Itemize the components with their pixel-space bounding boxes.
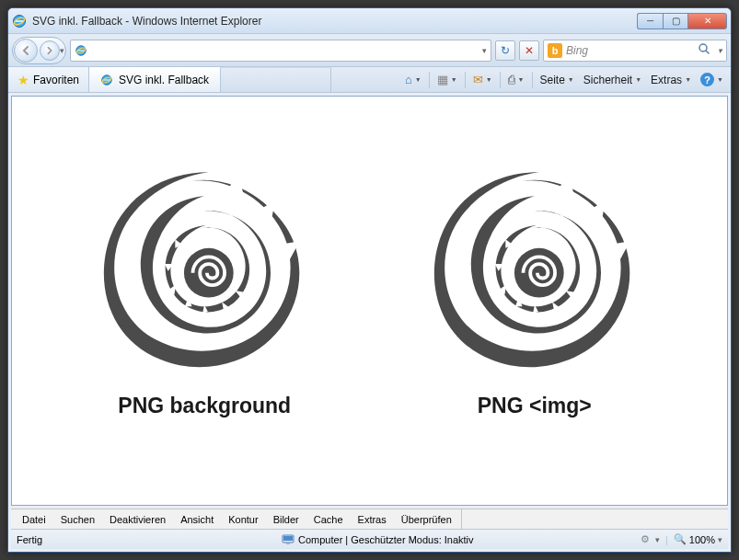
chevron-down-icon: ▼: [518, 76, 525, 83]
command-bar: ⌂▼ ▦▼ ✉▼ ⎙▼ Seite▼ Sicherheit▼ Extras▼ ?…: [398, 67, 731, 92]
page-icon: [75, 44, 87, 57]
mail-button[interactable]: ✉▼: [469, 71, 496, 88]
devmenu-bilder[interactable]: Bilder: [268, 512, 305, 527]
window-controls: ─ ▢ ✕: [637, 13, 727, 29]
page-menu[interactable]: Seite▼: [537, 72, 578, 88]
chevron-down-icon: ▼: [415, 76, 421, 83]
search-button[interactable]: [694, 42, 714, 58]
titlebar: SVG inkl. Fallback - Windows Internet Ex…: [8, 8, 731, 34]
back-forward-group: ▾: [12, 37, 66, 64]
status-separator: |: [665, 534, 668, 545]
devmenu-datei[interactable]: Datei: [17, 512, 52, 527]
close-button[interactable]: ✕: [688, 13, 727, 29]
tab-page-icon: [100, 74, 113, 86]
chevron-down-icon[interactable]: ▾: [655, 535, 660, 544]
arrow-left-icon: [20, 45, 31, 56]
nautilus-shell-icon: [420, 156, 650, 377]
status-zone: Computer | Geschützter Modus: Inaktiv: [282, 534, 633, 545]
zone-text: Computer | Geschützter Modus: Inaktiv: [298, 534, 474, 545]
tab-title: SVG inkl. Fallback: [119, 74, 209, 86]
chevron-down-icon: ▾: [718, 535, 722, 544]
left-caption: PNG background: [118, 394, 291, 418]
refresh-icon: ↻: [501, 44, 510, 57]
ie-logo-icon: [12, 14, 27, 29]
forward-button[interactable]: [40, 40, 60, 61]
page-content: PNG background PNG <img>: [11, 96, 728, 506]
home-button[interactable]: ⌂▼: [401, 71, 425, 88]
search-placeholder: Bing: [566, 44, 588, 57]
chevron-down-icon: ▼: [685, 76, 691, 83]
stop-button[interactable]: ✕: [519, 40, 539, 61]
protected-mode-icon: ⚙: [641, 533, 650, 545]
chevron-down-icon: ▼: [451, 76, 457, 83]
nautilus-shell-icon: [89, 156, 319, 377]
chevron-down-icon: ▼: [568, 76, 574, 83]
bing-icon: b: [548, 43, 562, 58]
devmenu-deaktivieren[interactable]: Deaktivieren: [104, 512, 171, 527]
browser-window: SVG inkl. Fallback - Windows Internet Ex…: [7, 7, 732, 553]
print-icon: ⎙: [508, 73, 515, 86]
demo-right: PNG <img>: [420, 156, 650, 418]
address-bar[interactable]: ▾: [70, 40, 491, 62]
window-title: SVG inkl. Fallback - Windows Internet Ex…: [32, 15, 637, 28]
zoom-control[interactable]: 🔍 100% ▾: [674, 533, 722, 545]
feeds-button[interactable]: ▦▼: [433, 71, 461, 88]
tab-row: ★ Favoriten SVG inkl. Fallback ⌂▼ ▦▼ ✉▼ …: [8, 67, 731, 93]
help-icon: ?: [700, 73, 714, 86]
print-button[interactable]: ⎙▼: [504, 71, 528, 88]
zoom-value: 100%: [689, 534, 715, 545]
favorites-button[interactable]: ★ Favoriten: [8, 67, 89, 92]
magnifier-icon: 🔍: [674, 533, 687, 545]
home-icon: ⌂: [405, 73, 412, 86]
feeds-icon: ▦: [437, 73, 448, 86]
devmenu-ansicht[interactable]: Ansicht: [175, 512, 219, 527]
safety-menu[interactable]: Sicherheit▼: [580, 72, 645, 88]
devmenu-suchen[interactable]: Suchen: [55, 512, 100, 527]
search-bar[interactable]: b Bing ▾: [543, 40, 727, 62]
stop-icon: ✕: [525, 44, 534, 57]
status-bar: Fertig Computer | Geschützter Modus: Ina…: [11, 529, 728, 549]
devmenu-kontur[interactable]: Kontur: [223, 512, 263, 527]
arrow-right-icon: [45, 46, 54, 55]
nav-history-dropdown[interactable]: ▾: [60, 46, 64, 55]
magnifier-icon: [698, 42, 710, 55]
devmenu-cache[interactable]: Cache: [308, 512, 349, 527]
help-button[interactable]: ?▼: [697, 71, 727, 88]
computer-icon: [282, 534, 294, 545]
star-icon: ★: [17, 73, 29, 87]
address-dropdown-icon[interactable]: ▾: [482, 46, 487, 55]
minimize-button[interactable]: ─: [637, 13, 663, 29]
favorites-label: Favoriten: [33, 74, 79, 86]
mail-icon: ✉: [473, 73, 483, 86]
extras-menu[interactable]: Extras▼: [647, 72, 695, 88]
demo-left: PNG background: [89, 156, 319, 418]
refresh-button[interactable]: ↻: [495, 40, 515, 61]
navigation-bar: ▾ ▾ ↻ ✕ b Bing ▾: [8, 34, 731, 67]
new-tab-button[interactable]: [221, 67, 331, 92]
devmenu-ueberpruefen[interactable]: Überprüfen: [396, 512, 457, 527]
devmenu-extras[interactable]: Extras: [352, 512, 392, 527]
maximize-button[interactable]: ▢: [663, 13, 688, 29]
devtools-menu-bar: Datei Suchen Deaktivieren Ansicht Kontur…: [11, 509, 728, 529]
back-button[interactable]: [14, 39, 38, 63]
svg-rect-10: [283, 536, 293, 541]
tab-active[interactable]: SVG inkl. Fallback: [89, 67, 221, 92]
chevron-down-icon: ▼: [717, 76, 723, 83]
svg-rect-11: [286, 543, 290, 544]
status-text: Fertig: [17, 534, 274, 545]
search-dropdown-icon[interactable]: ▾: [718, 46, 722, 55]
chevron-down-icon: ▼: [486, 76, 492, 83]
chevron-down-icon: ▼: [635, 76, 641, 83]
right-caption: PNG <img>: [478, 394, 592, 418]
